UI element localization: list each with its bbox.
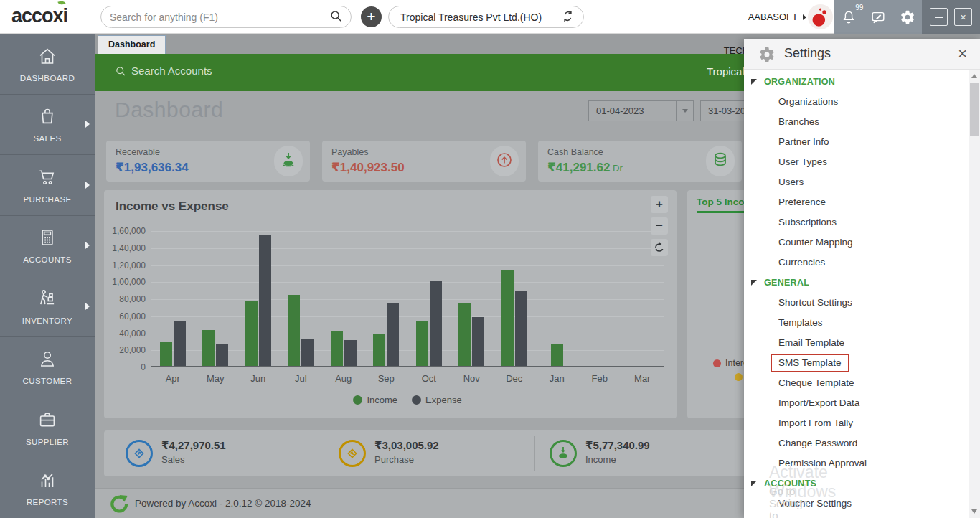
sidebar-item-inventory[interactable]: INVENTORY <box>0 276 95 337</box>
scroll-up-icon[interactable] <box>971 74 977 78</box>
settings-item-partner-info[interactable]: Partner Info <box>744 132 969 152</box>
settings-item-email-template[interactable]: Email Template <box>744 333 969 353</box>
expanded-triangle-icon[interactable] <box>751 79 757 85</box>
sidebar-item-customer[interactable]: CUSTOMER <box>0 337 95 398</box>
zoom-in-button[interactable]: + <box>651 196 668 213</box>
settings-item-users[interactable]: Users <box>744 172 969 192</box>
settings-gear-icon[interactable] <box>898 8 917 27</box>
global-search[interactable] <box>100 6 352 28</box>
bar-group-aug <box>322 230 365 366</box>
settings-item-cheque-template[interactable]: Cheque Template <box>744 373 969 393</box>
settings-scrollbar[interactable] <box>969 70 980 518</box>
expanded-triangle-icon[interactable] <box>751 280 757 286</box>
settings-item-sms-template[interactable]: SMS Template <box>744 353 969 373</box>
sidebar-item-purchase[interactable]: PURCHASE <box>0 155 95 216</box>
settings-item-counter-mapping[interactable]: Counter Mapping <box>744 232 969 253</box>
settings-item-user-types[interactable]: User Types <box>744 152 969 172</box>
bar-group-jun <box>237 230 280 366</box>
x-tick-label: Dec <box>493 373 536 384</box>
scroll-thumb[interactable] <box>970 83 979 136</box>
gear-icon <box>758 46 776 66</box>
switch-company-icon[interactable] <box>561 9 575 25</box>
settings-item-preference[interactable]: Preference <box>744 192 969 212</box>
sidebar-item-accounts[interactable]: ACCOUNTS <box>0 216 95 277</box>
close-button[interactable]: × <box>954 8 972 26</box>
settings-section-general[interactable]: GENERAL <box>744 273 969 293</box>
settings-item-templates[interactable]: Templates <box>744 313 969 333</box>
account-name[interactable]: AABASOFT TECHNOLOGIES <box>674 0 798 34</box>
legend-dot <box>713 359 721 367</box>
kpi-card-receivable: Receivable ₹1,93,636.34 <box>106 141 310 182</box>
settings-menu: ORGANIZATIONOrganizationsBranchesPartner… <box>744 70 969 514</box>
sidebar-item-label: CUSTOMER <box>23 377 72 385</box>
kpi-value: ₹41,291.62 Dr <box>547 160 623 175</box>
x-tick-label: Apr <box>151 373 194 384</box>
income-bar <box>373 334 385 366</box>
settings-item-permission-approval[interactable]: Permission Approval <box>744 453 969 474</box>
bar-group-may <box>194 230 237 366</box>
settings-item-voucher-settings[interactable]: Voucher Settings <box>744 494 969 514</box>
legend-dot <box>735 373 743 381</box>
feedback-button[interactable] <box>869 8 887 27</box>
add-new-button[interactable]: + <box>361 6 382 27</box>
home-icon <box>37 45 58 70</box>
notification-badge: 99 <box>855 4 863 11</box>
income-icon <box>550 440 577 467</box>
chart-title: Income vs Expense <box>116 199 229 214</box>
sidebar-item-sales[interactable]: SALES <box>0 95 95 156</box>
y-tick-label: 80,000 <box>119 294 146 304</box>
date-from-input[interactable]: 01-04-2023 <box>588 100 694 121</box>
global-search-input[interactable] <box>110 11 329 23</box>
purchase-icon <box>339 440 366 467</box>
settings-item-currencies[interactable]: Currencies <box>744 253 969 273</box>
settings-close-icon[interactable]: × <box>958 44 967 63</box>
chart-legend: IncomeExpense <box>151 395 664 405</box>
x-tick-label: May <box>194 373 237 384</box>
y-tick-label: 40,000 <box>119 329 146 339</box>
settings-item-subscriptions[interactable]: Subscriptions <box>744 212 969 232</box>
tab-dashboard[interactable]: Dashboard <box>98 35 166 54</box>
divider <box>534 436 535 471</box>
date-from-value: 01-04-2023 <box>589 105 676 116</box>
settings-item-organizations[interactable]: Organizations <box>744 92 969 112</box>
bar-group-feb <box>578 230 621 366</box>
legend-label: Income <box>367 395 397 405</box>
settings-section-organization[interactable]: ORGANIZATION <box>744 72 969 92</box>
settings-item-shortcut-settings[interactable]: Shortcut Settings <box>744 293 969 313</box>
kpi-value: ₹1,40,923.50 <box>331 160 405 175</box>
bar-group-dec <box>493 230 536 366</box>
settings-item-branches[interactable]: Branches <box>744 112 969 132</box>
expense-bar <box>301 339 314 366</box>
legend-label: Expense <box>425 395 462 405</box>
x-tick-label: Mar <box>621 373 664 384</box>
chart-x-axis: AprMayJunJulAugSepOctNovDecJanFebMar <box>151 373 664 386</box>
minimize-button[interactable] <box>930 8 948 26</box>
sidebar-item-supplier[interactable]: SUPPLIER <box>0 397 95 458</box>
x-tick-label: Nov <box>451 373 494 384</box>
avatar[interactable] <box>808 4 833 29</box>
settings-item-import-from-tally[interactable]: Import From Tally <box>744 413 969 433</box>
section-label: ORGANIZATION <box>764 77 835 87</box>
top-bar: accoxi + Tropical Treasures Pvt Ltd.(HO)… <box>0 0 980 34</box>
y-tick-label: 20,000 <box>119 345 146 355</box>
scroll-down-icon[interactable] <box>971 509 977 514</box>
sidebar-item-label: PURCHASE <box>23 195 71 204</box>
chart-plot-area <box>151 231 664 367</box>
sidebar-item-reports[interactable]: REPORTS <box>0 458 95 518</box>
legend-dot <box>353 395 362 405</box>
chevron-down-icon <box>682 109 688 113</box>
settings-item-change-password[interactable]: Change Password <box>744 433 969 453</box>
search-icon[interactable] <box>329 9 342 25</box>
company-selector[interactable]: Tropical Treasures Pvt Ltd.(HO) <box>388 6 584 28</box>
expanded-triangle-icon[interactable] <box>751 481 757 486</box>
settings-section-accounts[interactable]: ACCOUNTS <box>744 474 969 494</box>
date-from-dropdown[interactable] <box>676 101 693 121</box>
sidebar-item-label: REPORTS <box>27 498 68 507</box>
income-bar <box>331 331 343 366</box>
notifications-button[interactable]: 99 <box>839 8 858 27</box>
settings-item-import-export-data[interactable]: Import/Export Data <box>744 393 969 413</box>
cart-icon <box>37 166 58 191</box>
sidebar-item-dashboard[interactable]: DASHBOARD <box>0 34 95 95</box>
sidebar-item-label: INVENTORY <box>22 316 72 325</box>
kpi-value: ₹1,93,636.34 <box>116 160 189 175</box>
